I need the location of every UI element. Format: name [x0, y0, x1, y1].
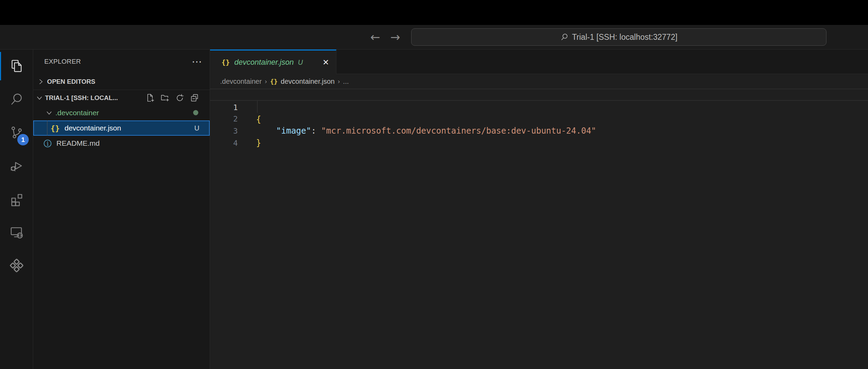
chevron-down-icon: [46, 109, 53, 116]
code-line: 4: [210, 125, 868, 137]
activity-bar: 1: [0, 50, 33, 369]
json-file-icon: {}: [270, 78, 278, 85]
new-file-icon: [145, 93, 155, 102]
collapse-all-icon: [190, 93, 199, 102]
workspace-actions: [145, 93, 210, 103]
files-icon: [9, 59, 24, 73]
breadcrumb-symbol[interactable]: ...: [343, 78, 349, 86]
tab-label: devcontainer.json: [234, 58, 294, 67]
activity-run-debug-button[interactable]: [0, 149, 33, 182]
workbench: 1: [0, 50, 868, 369]
code-line: 2 "image": "mcr.microsoft.com/devcontain…: [210, 101, 868, 113]
chevron-separator-icon: ›: [265, 78, 267, 85]
markdown-info-icon: [43, 139, 52, 148]
vscode-window: ← → Trial-1 [SSH: localhost:32772]: [0, 0, 868, 369]
title-bar: ← → Trial-1 [SSH: localhost:32772]: [0, 25, 868, 50]
activity-extensions-button[interactable]: [0, 182, 33, 216]
diamond-grid-icon: [9, 258, 24, 273]
activity-source-control-button[interactable]: 1: [0, 116, 33, 149]
tab-bar: {} devcontainer.json U ✕: [210, 50, 868, 74]
tree-item-devcontainer-json[interactable]: {} devcontainer.json U: [33, 120, 210, 136]
refresh-icon: [175, 93, 184, 102]
tab-devcontainer-json[interactable]: {} devcontainer.json U ✕: [210, 50, 336, 74]
line-number: 4: [210, 137, 238, 149]
collapse-all-button[interactable]: [190, 93, 199, 103]
breadcrumb: .devcontainer › {} devcontainer.json › .…: [210, 74, 868, 89]
git-untracked-badge: U: [195, 124, 199, 132]
search-icon: [9, 92, 24, 107]
chevron-separator-icon: ›: [338, 78, 340, 85]
activity-bottom-panel-button[interactable]: [0, 249, 33, 282]
open-editors-label: OPEN EDITORS: [47, 78, 95, 86]
extensions-icon: [9, 192, 24, 206]
open-editors-section-header[interactable]: OPEN EDITORS: [33, 73, 210, 90]
nav-forward-button[interactable]: →: [386, 25, 404, 49]
code-indent-guide: [257, 101, 257, 113]
sidebar-more-actions-button[interactable]: ⋯: [192, 50, 202, 73]
tab-close-button[interactable]: ✕: [322, 58, 330, 67]
file-label: README.md: [56, 139, 100, 147]
command-center-label: Trial-1 [SSH: localhost:32772]: [572, 33, 678, 42]
code-editor[interactable]: 1 { 2 "image": "mcr.microsoft.com/devcon…: [210, 89, 868, 369]
new-folder-button[interactable]: [160, 93, 170, 103]
folder-label: .devcontainer: [55, 109, 99, 117]
search-icon: [560, 33, 569, 41]
workspace-label: TRIAL-1 [SSH: LOCAL...: [45, 94, 118, 102]
tab-git-untracked-badge: U: [298, 58, 303, 66]
nav-back-button[interactable]: ←: [366, 25, 384, 49]
code-line: 3 }: [210, 113, 868, 125]
new-file-button[interactable]: [145, 93, 155, 103]
tree-indent-guide: [47, 120, 47, 136]
command-center[interactable]: Trial-1 [SSH: localhost:32772]: [411, 28, 826, 46]
sidebar-title: EXPLORER: [44, 58, 81, 65]
explorer-sidebar: EXPLORER ⋯ OPEN EDITORS TRIAL-1 [SSH: LO…: [33, 50, 210, 369]
code-token: }: [256, 138, 261, 148]
chevron-right-icon: [37, 78, 44, 85]
code-line: 1 {: [210, 89, 868, 101]
sidebar-header: EXPLORER ⋯: [33, 50, 210, 73]
activity-search-button[interactable]: [0, 83, 33, 116]
remote-explorer-icon: [9, 225, 24, 240]
json-file-icon: {}: [51, 124, 60, 133]
editor-group: {} devcontainer.json U ✕ .devcontainer ›…: [210, 50, 868, 369]
file-label: devcontainer.json: [65, 124, 121, 132]
screen-top-strip: [0, 0, 868, 25]
refresh-button[interactable]: [175, 93, 184, 103]
activity-explorer-button[interactable]: [0, 50, 33, 83]
breadcrumb-folder[interactable]: .devcontainer: [220, 78, 262, 86]
tree-item-readme-md[interactable]: README.md: [33, 136, 210, 151]
chevron-down-icon: [36, 94, 43, 101]
json-file-icon: {}: [221, 58, 230, 66]
breadcrumb-file[interactable]: devcontainer.json: [281, 78, 335, 86]
debug-icon: [9, 159, 24, 173]
activity-remote-explorer-button[interactable]: [0, 216, 33, 249]
workspace-section-header[interactable]: TRIAL-1 [SSH: LOCAL...: [33, 90, 210, 105]
tree-item-devcontainer-folder[interactable]: .devcontainer: [33, 105, 210, 120]
git-modified-dot-icon: [193, 110, 198, 115]
source-control-badge: 1: [17, 134, 29, 145]
new-folder-icon: [160, 93, 170, 102]
